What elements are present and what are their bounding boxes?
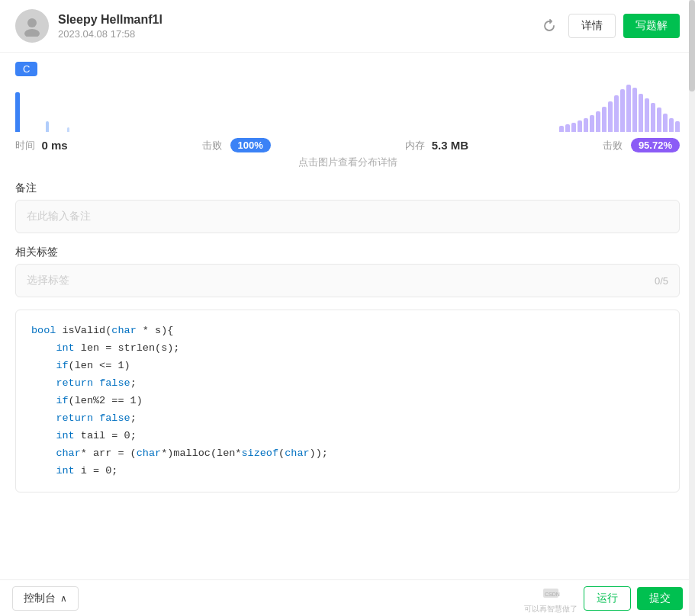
chart-bar-mem-4 <box>578 120 582 132</box>
chart-bar-mem-16 <box>651 103 655 132</box>
code-line-7: int tail = 0; <box>31 428 664 445</box>
chart-bar-mem-5 <box>584 118 588 132</box>
language-tag: C <box>15 62 37 76</box>
detail-button[interactable]: 详情 <box>568 14 616 38</box>
note-section-label: 备注 <box>0 181 695 195</box>
note-input[interactable]: 在此输入备注 <box>15 200 680 233</box>
chart-bar-mem-8 <box>602 107 607 132</box>
svg-point-0 <box>27 18 37 27</box>
chart-bar-time-2 <box>46 121 49 132</box>
memory-value: 5.3 MB <box>432 139 468 152</box>
chart-bar-time-main <box>15 92 20 132</box>
defeat-badge-2: 95.72% <box>631 138 680 152</box>
chart-bar-mem-11 <box>620 89 625 132</box>
chart-bar-mem-9 <box>608 101 613 132</box>
user-datetime: 2023.04.08 17:58 <box>58 28 529 40</box>
csdn-icon: CSDN <box>540 582 561 604</box>
chart-bar-mem-19 <box>669 118 674 132</box>
code-line-5: if(len%2 == 1) <box>31 393 664 410</box>
chart-bar-mem-15 <box>645 98 649 132</box>
chart-bar-mem-1 <box>559 126 564 132</box>
chart-bar-mem-18 <box>663 114 668 132</box>
defeat-badge-1: 100% <box>230 138 271 152</box>
code-line-4: return false; <box>31 375 664 393</box>
write-solution-button[interactable]: 写题解 <box>623 14 680 38</box>
time-chart[interactable] <box>0 82 695 132</box>
defeat-label-2: 击败 <box>603 139 623 152</box>
chart-bar-mem-3 <box>571 123 576 132</box>
bottom-right: CSDN 可以再智慧做了 运行 提交 <box>524 582 683 614</box>
svg-text:CSDN: CSDN <box>545 592 560 597</box>
chart-bar-time-3 <box>67 127 69 132</box>
code-container: bool isValid(char * s){ int len = strlen… <box>15 310 680 492</box>
chevron-up-icon: ∧ <box>60 593 67 604</box>
memory-label: 内存 <box>405 139 425 152</box>
svg-point-1 <box>24 29 40 37</box>
chart-bar-mem-10 <box>614 95 619 132</box>
defeat-label-1: 击败 <box>202 139 222 152</box>
console-label: 控制台 <box>24 592 56 605</box>
time-label: 时间 <box>15 139 35 152</box>
run-button[interactable]: 运行 <box>584 586 631 611</box>
click-hint: 点击图片查看分布详情 <box>0 156 695 169</box>
refresh-button[interactable] <box>538 14 561 37</box>
tags-section-label: 相关标签 <box>0 245 695 259</box>
bottom-bar: 控制台 ∧ CSDN 可以再智慧做了 运行 提交 <box>0 579 695 616</box>
stats-labels-row: 时间 0 ms 击败 100% 内存 5.3 MB 击败 95.72% <box>0 138 695 152</box>
note-placeholder: 在此输入备注 <box>27 210 91 222</box>
header: Sleepy Hellmanf1l 2023.04.08 17:58 详情 写题… <box>0 0 695 53</box>
submit-button[interactable]: 提交 <box>637 587 683 610</box>
code-line-3: if(len <= 1) <box>31 358 664 375</box>
console-button[interactable]: 控制台 ∧ <box>12 586 79 611</box>
scrollbar-thumb[interactable] <box>689 0 695 91</box>
chart-bar-mem-2 <box>565 124 570 132</box>
code-block[interactable]: bool isValid(char * s){ int len = strlen… <box>16 310 679 492</box>
code-line-2: int len = strlen(s); <box>31 340 664 358</box>
chart-bar-mem-13 <box>632 88 637 132</box>
code-line-6: return false; <box>31 410 664 428</box>
header-actions: 详情 写题解 <box>538 14 680 38</box>
chart-bar-mem-17 <box>657 107 661 132</box>
user-info: Sleepy Hellmanf1l 2023.04.08 17:58 <box>58 13 529 40</box>
tags-placeholder: 选择标签 <box>27 274 69 287</box>
code-line-8: char* arr = (char*)malloc(len*sizeof(cha… <box>31 445 664 463</box>
chart-bar-mem-20 <box>675 121 680 132</box>
scrollbar[interactable] <box>689 0 695 616</box>
code-line-1: bool isValid(char * s){ <box>31 322 664 340</box>
tags-selector[interactable]: 选择标签 0/5 <box>15 264 680 297</box>
csdn-hint: 可以再智慧做了 <box>524 604 578 614</box>
tags-count: 0/5 <box>655 275 668 287</box>
time-value: 0 ms <box>41 139 67 152</box>
chart-bar-mem-12 <box>626 85 631 132</box>
chart-bar-mem-7 <box>596 111 600 132</box>
chart-bar-mem-6 <box>590 115 594 132</box>
avatar <box>15 9 49 43</box>
username: Sleepy Hellmanf1l <box>58 13 529 27</box>
chart-bar-mem-14 <box>639 94 643 132</box>
code-line-9: int i = 0; <box>31 463 664 480</box>
